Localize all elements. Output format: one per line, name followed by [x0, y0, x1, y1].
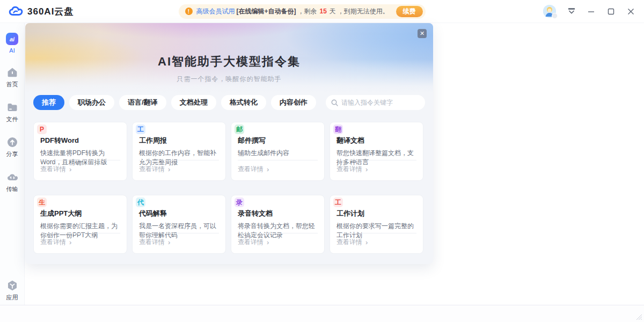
card-title: 录音转文档: [238, 209, 318, 218]
tab-recommended[interactable]: 推荐: [33, 95, 64, 110]
card-title: 翻译文档: [336, 136, 416, 145]
category-toolbar: 推荐 职场办公 语言/翻译 文档处理 格式转化 内容创作: [33, 95, 425, 110]
view-details-link[interactable]: 查看详情›: [336, 238, 368, 247]
panel-title: AI智能助手大模型指令集: [25, 54, 433, 70]
sidebar-item-share[interactable]: 分享: [6, 136, 18, 158]
card-title: 邮件撰写: [238, 136, 318, 145]
card-work-plan[interactable]: 工 工作计划 根据你的要求写一篇完整的工作计划 查看详情›: [330, 195, 423, 254]
card-description: 快速批量将PDF转换为Word，且精确保留排版: [40, 149, 120, 167]
sidebar-label: 应用: [6, 294, 18, 302]
search-box[interactable]: [326, 95, 425, 110]
chevron-right-icon: ›: [69, 238, 71, 246]
card-pdf-to-word[interactable]: P PDF转Word 快速批量将PDF转换为Word，且精确保留排版 查看详情›: [33, 122, 127, 181]
tab-workplace[interactable]: 职场办公: [69, 95, 114, 110]
minimize-icon[interactable]: [587, 7, 596, 16]
card-description: 根据你需要的汇报主题，为你创作一份PPT大纲: [40, 222, 120, 240]
card-description: 辅助生成邮件内容: [238, 149, 318, 158]
card-code-explain[interactable]: 代 代码解释 我是一名资深程序员，可以帮你理解代码 查看详情›: [132, 195, 226, 254]
card-description: 我是一名资深程序员，可以帮你理解代码: [139, 222, 219, 240]
tab-language-translate[interactable]: 语言/翻译: [119, 95, 166, 110]
banner-suffix: ，到期无法使用。: [338, 7, 389, 16]
card-badge: 代: [136, 197, 145, 207]
card-email-writing[interactable]: 邮 邮件撰写 辅助生成邮件内容 查看详情›: [231, 122, 325, 181]
cloud-logo-icon: [9, 6, 23, 17]
panel-subtitle: 只需一个指令，唤醒你的智能助手: [25, 75, 433, 84]
tab-format-conversion[interactable]: 格式转化: [221, 95, 266, 110]
card-title: 代码解释: [139, 209, 219, 218]
view-details-link[interactable]: 查看详情›: [238, 238, 269, 247]
card-badge: 翻: [333, 125, 343, 134]
card-description: 根据你的要求写一篇完整的工作计划: [336, 222, 416, 240]
sidebar-item-files[interactable]: 文件: [6, 101, 18, 123]
transfer-icon: [6, 171, 18, 183]
chevron-right-icon: ›: [168, 238, 170, 246]
ai-icon: ai: [6, 33, 18, 45]
card-badge: 工: [333, 197, 343, 207]
card-description: 将录音转换为文档，帮您轻松搞定会议记录: [238, 222, 318, 240]
card-weekly-report[interactable]: 工 工作周报 根据你的工作内容，智能补充为完整周报 查看详情›: [132, 122, 226, 181]
view-details-link[interactable]: 查看详情›: [336, 165, 368, 174]
tray-icon[interactable]: [567, 7, 576, 16]
card-divider: [40, 160, 120, 160]
close-icon[interactable]: [627, 7, 635, 16]
chevron-right-icon: ›: [168, 165, 170, 173]
sidebar-label: 文件: [6, 115, 18, 123]
app-title: 360AI云盘: [27, 5, 74, 18]
apps-icon: [6, 280, 18, 291]
card-audio-to-doc[interactable]: 录 录音转文档 将录音转换为文档，帮您轻松搞定会议记录 查看详情›: [231, 195, 325, 254]
card-divider: [238, 160, 318, 160]
remain-unit: 天: [330, 7, 336, 16]
chevron-right-icon: ›: [267, 165, 269, 173]
sidebar-item-apps[interactable]: 应用: [6, 280, 18, 302]
sidebar-item-ai[interactable]: ai AI: [6, 33, 18, 54]
view-details-link[interactable]: 查看详情›: [139, 238, 170, 247]
view-details-link[interactable]: 查看详情›: [40, 238, 71, 247]
card-divider: [139, 160, 219, 160]
chevron-right-icon: ›: [365, 238, 368, 246]
card-title: PDF转Word: [40, 136, 120, 145]
card-divider: [238, 233, 318, 233]
info-icon: !: [185, 8, 193, 15]
window-controls: [543, 5, 635, 18]
folder-icon: [6, 101, 18, 113]
view-details-link[interactable]: 查看详情›: [40, 165, 71, 174]
remain-prefix: ，剩余: [298, 7, 317, 16]
maximize-icon[interactable]: [607, 7, 616, 16]
panel-close-icon[interactable]: ✕: [418, 29, 427, 38]
tab-document-processing[interactable]: 文档处理: [171, 95, 216, 110]
view-details-link[interactable]: 查看详情›: [238, 165, 269, 174]
card-description: 帮您快速翻译整篇文档，支持多种语言: [336, 149, 416, 167]
card-badge: 生: [37, 197, 47, 207]
resize-grip-icon[interactable]: [636, 314, 642, 320]
sidebar-label: 分享: [6, 150, 18, 158]
card-ppt-outline[interactable]: 生 生成PPT大纲 根据你需要的汇报主题，为你创作一份PPT大纲 查看详情›: [33, 195, 127, 254]
titlebar: 360AI云盘 ! 高级会员试用 [在线编辑+自动备份] ，剩余 15 天 ，到…: [0, 0, 644, 23]
card-title: 工作周报: [139, 136, 219, 145]
sidebar-item-home[interactable]: 首页: [6, 67, 18, 89]
renew-button[interactable]: 续费: [396, 6, 423, 17]
vip-badge-icon: [552, 13, 558, 19]
sidebar-item-transfer[interactable]: 传输: [6, 171, 18, 193]
sidebar-label: AI: [9, 47, 14, 54]
card-badge: P: [37, 125, 47, 134]
sidebar: ai AI 首页 文件 分享: [0, 23, 25, 305]
trial-detail: [在线编辑+自动备份]: [237, 7, 296, 16]
membership-banner: ! 高级会员试用 [在线编辑+自动备份] ，剩余 15 天 ，到期无法使用。 续…: [179, 4, 426, 19]
share-icon: [6, 136, 18, 148]
user-avatar[interactable]: [543, 5, 556, 18]
status-bar: [0, 305, 644, 322]
tab-content-creation[interactable]: 内容创作: [271, 95, 316, 110]
app-window: 360AI云盘 ! 高级会员试用 [在线编辑+自动备份] ，剩余 15 天 ，到…: [0, 0, 644, 322]
view-details-link[interactable]: 查看详情›: [139, 165, 170, 174]
card-badge: 录: [235, 197, 244, 207]
home-icon: [6, 67, 18, 78]
card-title: 工作计划: [336, 209, 416, 218]
remain-days: 15: [320, 8, 327, 15]
card-divider: [139, 233, 219, 233]
chevron-right-icon: ›: [69, 165, 71, 173]
trial-link[interactable]: 高级会员试用: [196, 7, 235, 16]
card-divider: [336, 233, 416, 233]
card-translate-document[interactable]: 翻 翻译文档 帮您快速翻译整篇文档，支持多种语言 查看详情›: [330, 122, 423, 181]
search-input[interactable]: [341, 99, 420, 106]
ai-assistant-panel: AI智能助手大模型指令集 只需一个指令，唤醒你的智能助手 ✕ 推荐 职场办公 语…: [25, 23, 433, 264]
